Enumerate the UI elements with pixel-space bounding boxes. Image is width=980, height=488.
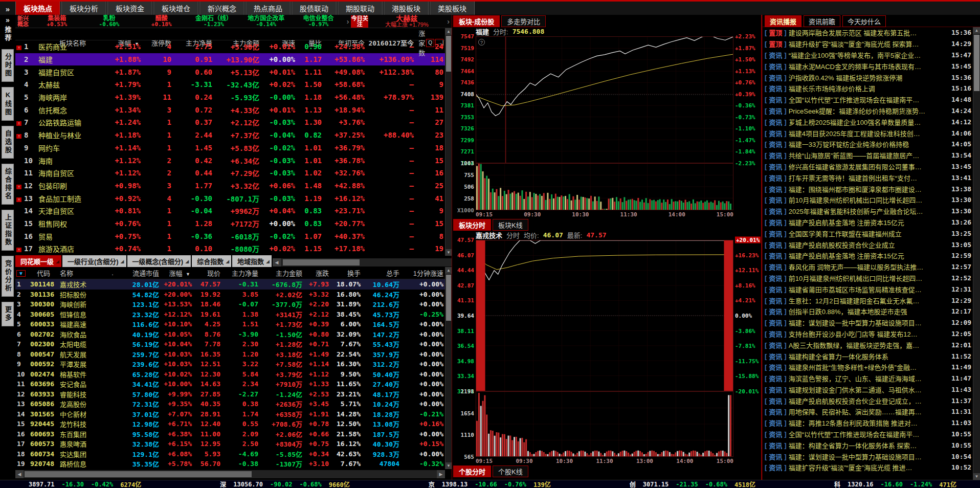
news-item[interactable]: [资讯]2025年福建省氢能科技创新与产业融合论坛…13:30 xyxy=(763,206,973,217)
hscrollbar-thumb[interactable] xyxy=(283,259,360,265)
news-item[interactable]: [资讯]创指半日跌0.88%，福建本地股逆市走强12:17 xyxy=(763,306,973,317)
stock-row-300605[interactable]: 4300605恒锋信息23.32亿+12.12%19.611.38+3141万+… xyxy=(15,309,445,320)
stock-row-000592[interactable]: 9000592平潭发展239.6亿+10.03%12.513.22+7.58亿+… xyxy=(15,359,445,369)
sidebar-item-竞价分析[interactable]: 竞价分析 xyxy=(2,256,14,297)
news-item[interactable]: [资讯]打车开票无需等待！福建首例出租车“支付…13:41 xyxy=(763,172,973,183)
sector-row-海南[interactable]: 10海南+1.12%20.42+6.34亿-0.03%1.01+36.78%—1… xyxy=(15,154,445,167)
scrollbar-thumb[interactable] xyxy=(446,275,451,321)
scroll-up-icon[interactable]: ▲ xyxy=(446,267,452,274)
sidebar-item-更多[interactable]: 更多 xyxy=(2,302,14,326)
classification-tab-同花顺一级[interactable]: 同花顺一级◢ xyxy=(15,255,61,267)
index-status-group[interactable]: 京1398.13-10.66-0.76%139亿 xyxy=(429,480,551,488)
menu-tab-港股板块[interactable]: 港股板块 xyxy=(384,1,429,15)
column-header-代码[interactable]: 代码 xyxy=(29,268,58,278)
scroll-down-icon[interactable]: ▼ xyxy=(446,249,452,256)
sidebar-item-分时图[interactable]: 分时图 xyxy=(2,49,14,82)
news-item[interactable]: [资讯]福建产投启航股权投资合伙企业登记成立，…11:37 xyxy=(763,395,973,406)
scroll-up-icon[interactable]: ▲ xyxy=(973,27,980,34)
classification-tab-综合指数[interactable]: 综合指数◢ xyxy=(192,255,231,267)
help-icon[interactable]: ? xyxy=(478,39,485,46)
stock-row-603933[interactable]: 12603933睿能科技57.80亿+9.99%27.85-2.27-1.24亿… xyxy=(15,389,445,400)
sector-row-公路铁路运输[interactable]: ↑7公路铁路运输+1.24%10.37+2.12亿-0.03%1.30+3.76… xyxy=(15,116,445,129)
column-header-1分钟涨速[interactable]: 1分钟涨速 xyxy=(401,268,445,278)
collapse-sidebar-icon[interactable]: » xyxy=(6,16,10,24)
news-item[interactable]: [置顶]建设两岸融合发展示范区 福建发布第五批…15:36 xyxy=(763,27,973,38)
news-item[interactable]: [资讯]全国“以竹代塑”工作推进现场会在福建南平…14:48 xyxy=(763,94,973,105)
ticker-item[interactable]: 乳粉-0.60% xyxy=(83,15,135,28)
sector-row-福建自贸区[interactable]: 3福建自贸区+1.87%90.60+5.13亿+0.01%1.11+49.08%… xyxy=(15,65,445,78)
news-item[interactable]: [资讯]福建规划建设金门供水第二通道、马祖供水…11:43 xyxy=(763,384,973,395)
stock-row-000547[interactable]: 8000547航天发展259.7亿+10.03%16.351.20+3.18亿+… xyxy=(15,349,445,360)
scroll-right-icon[interactable]: ▶ xyxy=(437,470,445,478)
index-status-group[interactable]: 深13056.70-90.02-0.68%9660亿 xyxy=(220,480,349,488)
news-item[interactable]: [资讯]福建扩容升级“福淡”“厦金”海底光缆 推进…10:52 xyxy=(763,462,973,473)
news-item[interactable]: [资讯]福建：谋划建设一批中型算力基础设施项目…10:54 xyxy=(763,451,973,462)
stock-row-301565[interactable]: 14301565中仑新材37.01亿+7.07%28.911.74+6358万+… xyxy=(15,409,445,419)
sector-row-包装印刷[interactable]: ↑12包装印刷+0.98%31.77+3.32亿+0.06%1.48+42.88… xyxy=(15,180,445,192)
ticker-next-icon[interactable]: › xyxy=(345,17,351,26)
chart2-tab-板块K线[interactable]: 板块K线 xyxy=(493,219,528,231)
stock-row-002300[interactable]: 7002300太阳电缆56.19亿+10.04%7.782.30+1.28亿+0… xyxy=(15,339,445,349)
scroll-up-icon[interactable]: ▲ xyxy=(446,28,452,35)
news-item[interactable]: [资讯]福建4项目获2025年度工程建设标准科技创…14:06 xyxy=(763,127,973,139)
sector-row-医药商业[interactable]: ↑1医药商业+2.51%42.75+5.90亿+0.01%0.96+24.38%… xyxy=(15,40,445,53)
news-item[interactable]: [资讯]福建一33万锭环锭纺企业纯涤纱价格持稳14:05 xyxy=(763,139,973,150)
news-item[interactable]: [资讯]福建水泥MACD金叉的频率与其市场表现有…15:45 xyxy=(763,60,973,72)
column-header-主力净量[interactable]: 主力净量 xyxy=(222,268,260,278)
column-header-涨幅[interactable]: 涨幅 ▼ xyxy=(161,268,193,278)
scrollbar-thumb[interactable] xyxy=(446,36,451,72)
menu-tab-期股联动[interactable]: 期股联动 xyxy=(338,1,383,15)
news-item[interactable]: [资讯]生意社：12月2日福建建阳金石氟业无水氟…12:29 xyxy=(763,295,973,306)
menu-tab-新兴概念[interactable]: 新兴概念 xyxy=(199,1,244,15)
news-item[interactable]: [资讯]海滨蓝色警报，辽宁、山东、福建近海海域…11:47 xyxy=(763,373,973,384)
classification-tab-一级概念(含细分)[interactable]: 一级概念(含细分)◢ xyxy=(127,255,191,267)
menu-tab-板块增仓[interactable]: 板块增仓 xyxy=(153,1,198,15)
stock-view-tab-个股K线[interactable]: 个股K线 xyxy=(493,465,528,477)
stock-table-hscrollbar[interactable]: ◀ ▶ xyxy=(15,470,445,478)
stock-table-scrollbar[interactable]: ▲ ▼ xyxy=(445,267,452,469)
news-item[interactable]: [资讯]福建产投启航基金落地 注册资本15亿元12:59 xyxy=(763,250,973,261)
news-item[interactable]: [资讯]“福建企业100强”等榜单发布，南平5家企业…15:47 xyxy=(763,50,973,61)
column-header-名称[interactable]: 名称 xyxy=(58,268,105,278)
index-status-group[interactable]: 3897.71-16.30-0.42%6274亿 xyxy=(29,480,141,488)
stock-row-002702[interactable]: 6002702海欣食品40.19亿+10.05%8.76-3.90-1.50亿+… xyxy=(15,329,445,340)
classification-tab-地域指数[interactable]: 地域指数◢ xyxy=(232,255,272,267)
ticker-item[interactable]: 集装箱+0.53% xyxy=(31,15,83,28)
scroll-down-icon[interactable]: ▼ xyxy=(446,462,452,469)
stock-row-605086[interactable]: 13605086龙高股份72.31亿+9.35%40.350.38+2636万+… xyxy=(15,399,445,409)
news-item[interactable]: [资讯]A股三大指数飘绿，福建板块逆势走强，嘉…12:01 xyxy=(763,339,973,350)
stock-row-600033[interactable]: 5600033福建高速116.6亿+10.10%4.251.51+1.73亿+0… xyxy=(15,319,445,329)
ticker-item[interactable]: 金刚石（线）-1.23% xyxy=(188,15,240,28)
menu-tab-板块资金[interactable]: 板块资金 xyxy=(107,1,152,15)
focus-stock[interactable]: 大赫兹 大幅上涨 +1.79% xyxy=(368,15,445,28)
news-item[interactable]: [资讯]共绘“山海旅居”新蓝图——首届福建旅居产…13:54 xyxy=(763,150,973,161)
news-item[interactable]: [资讯]福建：围绕福州都市圈和厦漳泉都市圈建设…13:38 xyxy=(763,183,973,194)
news-item[interactable]: [资讯]支持台胞开设沙县小吃门店等 福建发布12…12:05 xyxy=(763,328,973,340)
news-item[interactable]: [资讯]沪指收跌0.42% 福建板块逆势掀涨停潮15:36 xyxy=(763,72,973,83)
sector-row-海峡两岸[interactable]: 5海峡两岸+1.39%110.24-5.93亿-0.00%1.18+56.48%… xyxy=(15,91,445,104)
news-item[interactable]: [资讯]福建产投启航股权投资合伙企业成立13:05 xyxy=(763,239,973,250)
index-status-group[interactable]: 创3071.15-21.35-0.68%4518亿 xyxy=(630,480,755,488)
news-item[interactable]: [资讯]福建省莆田市荔城区市场监管局精准核查促…12:31 xyxy=(763,283,973,295)
stock-row-301136[interactable]: 2301136招标股份54.82亿+20.00%19.923.85+2.02亿+… xyxy=(15,290,445,300)
sector-row-天津自贸区[interactable]: 14天津自贸区+0.81%1-0.04+9962万+0.04%0.83+23.7… xyxy=(15,205,445,217)
news-tab-今天炒什么[interactable]: 今天炒什么 xyxy=(842,15,886,27)
news-item[interactable]: [资讯]福建构建全省算力一体化服务体系11:52 xyxy=(763,350,973,362)
sidebar-item-综合排名[interactable]: 综合排名 xyxy=(2,164,14,205)
news-item[interactable]: [资讯]PriceSeek提醒：福建涤纶纱价持稳期货涨势…14:24 xyxy=(763,105,973,117)
ticker-item[interactable]: 地方国企改革-0.14% xyxy=(240,15,292,28)
focus-next-icon[interactable]: › xyxy=(445,17,452,26)
column-header-涨跌[interactable]: 涨跌 xyxy=(304,268,330,278)
sector-row-旅游及酒店[interactable]: ↑17旅游及酒店+0.74%10.10-8080万+0.02%1.15+17.1… xyxy=(15,242,445,255)
column-header-dot[interactable]: . xyxy=(105,269,120,277)
news-item[interactable]: [资讯]福建产投启航基金落地 注册资本15亿元13:26 xyxy=(763,217,973,228)
expand-menu-icon[interactable]: » xyxy=(0,4,15,15)
chart2-volume-plot[interactable] xyxy=(476,391,733,457)
column-header-主力金额[interactable]: 主力金额 xyxy=(260,268,304,278)
sector-row-太赫兹[interactable]: 4太赫兹+1.79%1-3.31-32.43亿+0.02%1.50+58.68%… xyxy=(15,78,445,91)
stock-row-600573[interactable]: 17600573惠泉啤酒32.38亿+6.15%12.952.50+8304万+… xyxy=(15,439,445,449)
news-tab-资讯前瞻[interactable]: 资讯前瞻 xyxy=(804,15,840,27)
scroll-down-icon[interactable]: ▼ xyxy=(973,473,980,480)
chart1-tab-板块-成份股[interactable]: 板块-成份股 xyxy=(453,15,500,27)
news-item[interactable]: [资讯]春风化雨 润物无声——福建以服务型执法推…12:57 xyxy=(763,261,973,273)
